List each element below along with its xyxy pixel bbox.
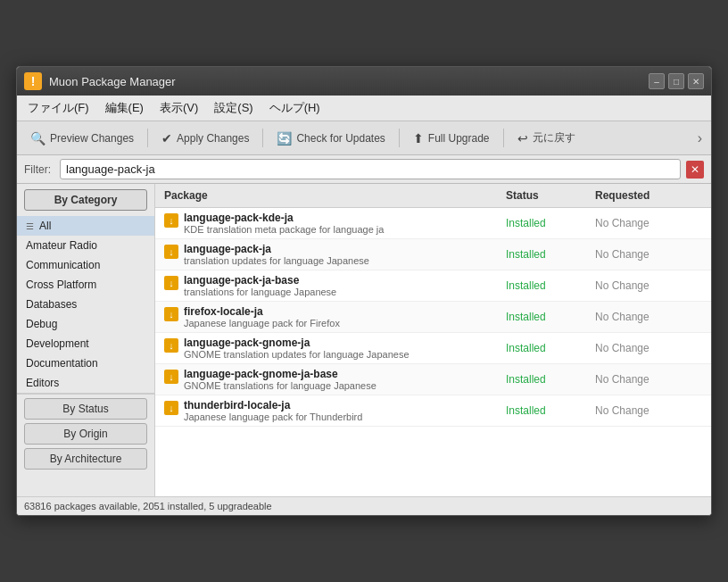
sidebar-category-list: ☰ All Amateur Radio Communication Cross … [17,216,154,393]
pkg-status: Installed [506,217,595,229]
full-upgrade-button[interactable]: ⬆ Full Upgrade [403,125,500,151]
menu-file[interactable]: ファイル(F) [21,97,96,119]
pkg-requested: No Change [595,279,702,292]
pkg-requested: No Change [595,373,702,386]
search-input[interactable] [60,159,681,179]
pkg-requested: No Change [595,342,702,354]
menu-settings[interactable]: 設定(S) [207,97,260,119]
pkg-status: Installed [506,279,595,292]
all-icon: ☰ [26,221,34,231]
pkg-desc: GNOME translations for language Japanese [184,380,376,391]
by-architecture-button[interactable]: By Architecture [24,448,147,470]
pkg-desc: GNOME translation updates for language J… [184,349,410,360]
sidebar: By Category ☰ All Amateur Radio Communic… [17,184,155,496]
pkg-name: language-pack-gnome-ja [184,337,410,349]
sidebar-item-debug-label: Debug [26,318,57,330]
by-origin-button[interactable]: By Origin [24,423,147,445]
table-row[interactable]: ↓ language-pack-gnome-ja GNOME translati… [155,333,711,364]
toolbar: 🔍 Preview Changes ✔ Apply Changes 🔄 Chec… [17,121,711,155]
sidebar-item-debug[interactable]: Debug [17,314,154,334]
pkg-requested: No Change [595,311,702,323]
package-list: Package Status Requested ↓ language-pack… [155,184,711,496]
pkg-requested: No Change [595,248,702,261]
undo-button[interactable]: ↩ 元に戻す [508,125,585,151]
sidebar-item-cross-platform-label: Cross Platform [26,279,96,291]
sidebar-item-communication-label: Communication [26,259,100,271]
sidebar-item-documentation[interactable]: Documentation [17,353,154,373]
sidebar-item-cross-platform[interactable]: Cross Platform [17,275,154,295]
table-row[interactable]: ↓ language-pack-ja translation updates f… [155,239,711,270]
pkg-desc: translations for language Japanese [184,287,336,297]
table-row[interactable]: ↓ thunderbird-locale-ja Japanese languag… [155,395,711,427]
header-requested: Requested [595,189,702,202]
apply-changes-button[interactable]: ✔ Apply Changes [152,125,259,151]
pkg-status: Installed [506,311,595,323]
pkg-desc: translation updates for language Japanes… [184,255,369,266]
package-icon: ↓ [164,370,178,384]
by-category-tab[interactable]: By Category [24,189,147,211]
sidebar-item-development-label: Development [26,337,89,350]
menu-help[interactable]: ヘルプ(H) [262,97,327,119]
minimize-button[interactable]: – [649,73,665,89]
sidebar-item-development[interactable]: Development [17,334,154,353]
pkg-text: language-pack-ja-base translations for l… [184,274,336,297]
table-row[interactable]: ↓ language-pack-ja-base translations for… [155,270,711,302]
sidebar-item-documentation-label: Documentation [26,357,98,370]
preview-icon: 🔍 [30,131,46,146]
sidebar-item-editors[interactable]: Editors [17,373,154,393]
sidebar-item-communication[interactable]: Communication [17,255,154,275]
maximize-button[interactable]: □ [668,73,684,89]
sidebar-category-section: By Category ☰ All Amateur Radio Communic… [17,184,154,394]
pkg-name: language-pack-kde-ja [184,212,384,224]
pkg-text: language-pack-gnome-ja GNOME translation… [184,337,410,360]
pkg-name: language-pack-gnome-ja-base [184,368,376,380]
window-title: Muon Package Manager [49,75,176,88]
apply-changes-label: Apply Changes [177,132,249,145]
package-info: ↓ thunderbird-locale-ja Japanese languag… [164,399,506,422]
main-window: ! Muon Package Manager – □ ✕ ファイル(F) 編集(… [16,66,712,516]
preview-changes-button[interactable]: 🔍 Preview Changes [21,125,144,151]
toolbar-sep-2 [262,129,263,147]
upgrade-icon: ⬆ [413,131,424,146]
table-row[interactable]: ↓ language-pack-kde-ja KDE translation m… [155,208,711,239]
toolbar-more-button[interactable]: › [692,125,707,151]
header-package: Package [164,189,506,202]
by-status-button[interactable]: By Status [24,398,147,420]
filter-label: Filter: [24,163,51,176]
package-icon: ↓ [164,401,178,415]
sidebar-bottom: By Status By Origin By Architecture [17,394,154,473]
close-button[interactable]: ✕ [688,73,704,89]
check-updates-button[interactable]: 🔄 Check for Updates [267,125,394,151]
pkg-name: thunderbird-locale-ja [184,399,362,412]
package-info: ↓ language-pack-ja-base translations for… [164,274,506,297]
main-content: By Category ☰ All Amateur Radio Communic… [17,184,711,496]
full-upgrade-label: Full Upgrade [428,132,490,145]
menu-view[interactable]: 表示(V) [153,97,205,119]
sidebar-item-all-label: All [39,220,51,232]
sidebar-item-databases[interactable]: Databases [17,295,154,314]
package-info: ↓ language-pack-gnome-ja-base GNOME tran… [164,368,506,391]
sidebar-item-amateur-radio[interactable]: Amateur Radio [17,236,154,255]
package-icon: ↓ [164,245,178,259]
table-row[interactable]: ↓ language-pack-gnome-ja-base GNOME tran… [155,364,711,395]
pkg-desc: Japanese language pack for Firefox [184,318,340,328]
search-clear-button[interactable]: ✕ [686,161,704,179]
pkg-requested: No Change [595,404,702,417]
sidebar-item-editors-label: Editors [26,377,59,389]
pkg-text: thunderbird-locale-ja Japanese language … [184,399,362,422]
menu-edit[interactable]: 編集(E) [98,97,151,119]
update-icon: 🔄 [277,131,292,146]
package-icon: ↓ [164,307,178,321]
titlebar-controls: – □ ✕ [649,73,704,89]
app-icon: ! [24,72,42,90]
pkg-text: firefox-locale-ja Japanese language pack… [184,305,340,328]
sidebar-item-amateur-radio-label: Amateur Radio [26,239,97,252]
package-info: ↓ firefox-locale-ja Japanese language pa… [164,305,506,328]
statusbar: 63816 packages available, 2051 installed… [17,496,711,515]
check-updates-label: Check for Updates [296,132,385,145]
menubar: ファイル(F) 編集(E) 表示(V) 設定(S) ヘルプ(H) [17,96,711,121]
pkg-desc: Japanese language pack for Thunderbird [184,412,362,422]
sidebar-item-all[interactable]: ☰ All [17,216,154,236]
table-row[interactable]: ↓ firefox-locale-ja Japanese language pa… [155,302,711,333]
pkg-text: language-pack-ja translation updates for… [184,243,369,266]
